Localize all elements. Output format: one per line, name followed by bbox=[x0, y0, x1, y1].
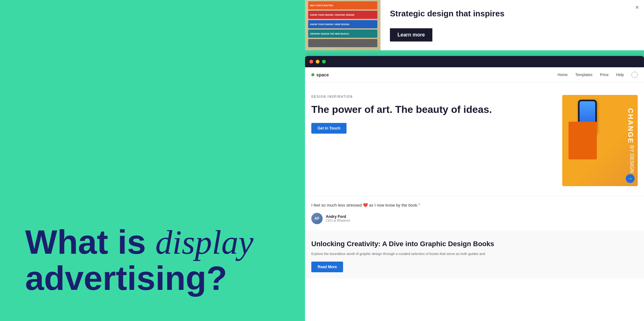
book-5 bbox=[308, 39, 377, 47]
browser-dot-red[interactable] bbox=[309, 60, 313, 64]
book-4: GRAPHIC DESIGN THE NEW BASICS bbox=[308, 30, 377, 38]
avatar-initials: AF bbox=[314, 216, 319, 221]
books-visual: WHY FONTS MATTER. KNOW YOUR ONIONS / GRA… bbox=[305, 0, 380, 50]
nav-templates[interactable]: Templates bbox=[575, 73, 592, 77]
logo-dot-icon bbox=[311, 73, 314, 76]
change-text: CHANGE bbox=[626, 108, 635, 144]
browser-dot-yellow[interactable] bbox=[316, 60, 319, 64]
browser-content: space Home Templates Price Help DESIGN I… bbox=[305, 67, 644, 321]
browser-dot-green[interactable] bbox=[322, 60, 326, 64]
site-navbar: space Home Templates Price Help bbox=[305, 67, 644, 82]
avatar: AF bbox=[311, 213, 323, 224]
ad-banner: WHY FONTS MATTER. KNOW YOUR ONIONS / GRA… bbox=[305, 0, 644, 50]
book-1: WHY FONTS MATTER. bbox=[308, 1, 377, 9]
blog-excerpt: Explore the boundless world of graphic d… bbox=[311, 251, 638, 257]
read-more-button[interactable]: Read More bbox=[311, 262, 343, 272]
author-name: Andry Ford bbox=[326, 214, 350, 219]
blog-section: Unlocking Creativity: A Dive into Graphi… bbox=[305, 230, 644, 279]
site-logo-name: space bbox=[316, 72, 329, 77]
ad-image-section: WHY FONTS MATTER. KNOW YOUR ONIONS / GRA… bbox=[305, 0, 380, 50]
author-info: Andry Ford CEO at Whatever bbox=[326, 214, 350, 222]
testimonial-quote: I feel so much less stressed ❤️ as I now… bbox=[311, 202, 638, 208]
nav-price[interactable]: Price bbox=[600, 73, 608, 77]
ad-title: Strategic design that inspires bbox=[390, 9, 635, 19]
headline-part2: advertising? bbox=[25, 259, 227, 297]
orange-book-visual bbox=[569, 122, 597, 159]
headline-italic: display bbox=[155, 224, 253, 261]
learn-more-button[interactable]: Learn more bbox=[390, 28, 432, 42]
main-headline: What is display advertising? bbox=[25, 224, 253, 296]
hero-text: DESIGN INSPIRATION The power of art. The… bbox=[311, 95, 556, 186]
hero-category: DESIGN INSPIRATION bbox=[311, 95, 553, 98]
blog-title: Unlocking Creativity: A Dive into Graphi… bbox=[311, 240, 638, 248]
nav-help[interactable]: Help bbox=[616, 73, 624, 77]
design-text: BY DESIGN bbox=[626, 145, 635, 173]
hero-image: CHANGE BY DESIGN → bbox=[562, 95, 638, 186]
right-panel: WHY FONTS MATTER. KNOW YOUR ONIONS / GRA… bbox=[305, 0, 644, 321]
hero-image-text: CHANGE BY DESIGN bbox=[626, 95, 635, 186]
book-2: KNOW YOUR ONIONS / GRAPHIC DESIGN bbox=[308, 11, 377, 19]
testimonial-section: I feel so much less stressed ❤️ as I now… bbox=[305, 196, 644, 230]
site-hero: DESIGN INSPIRATION The power of art. The… bbox=[305, 82, 644, 196]
search-icon[interactable] bbox=[631, 72, 638, 78]
author-role: CEO at Whatever bbox=[326, 219, 350, 222]
browser-titlebar bbox=[305, 56, 644, 67]
get-in-touch-button[interactable]: Get In Touch bbox=[311, 123, 347, 134]
browser-window: space Home Templates Price Help DESIGN I… bbox=[305, 56, 644, 321]
testimonial-author: AF Andry Ford CEO at Whatever bbox=[311, 213, 638, 224]
close-button[interactable]: × bbox=[635, 4, 639, 11]
book-stack: WHY FONTS MATTER. KNOW YOUR ONIONS / GRA… bbox=[308, 1, 377, 47]
headline-part1: What is bbox=[25, 223, 155, 261]
nav-home[interactable]: Home bbox=[558, 73, 568, 77]
ad-content: Strategic design that inspires Learn mor… bbox=[380, 0, 644, 50]
arrow-right-icon[interactable]: → bbox=[626, 174, 635, 183]
hero-title: The power of art. The beauty of ideas. bbox=[311, 103, 553, 115]
left-panel: What is display advertising? bbox=[0, 0, 305, 321]
site-logo: space bbox=[311, 72, 329, 77]
book-3: KNOW YOUR ONIONS / WEB DESIGN bbox=[308, 20, 377, 28]
site-nav-links: Home Templates Price Help bbox=[558, 72, 638, 78]
